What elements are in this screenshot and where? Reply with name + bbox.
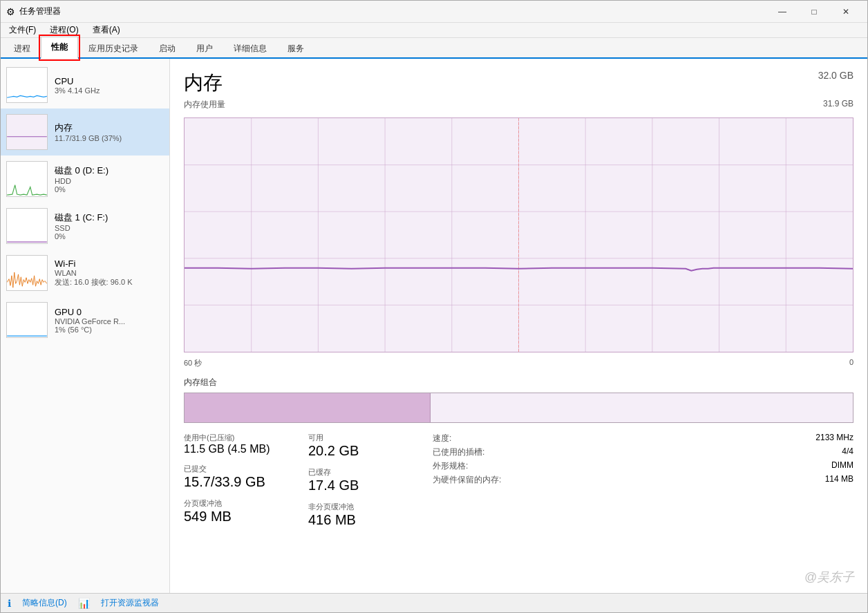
speed-label: 速度: [433,433,451,444]
nonpaged-pool-value: 416 MB [308,512,433,528]
disk1-info: 磁盘 1 (C: F:) SSD 0% [55,211,164,241]
graph-labels: 60 秒 0 [184,358,853,368]
stat-form-row: 外形规格: DIMM [433,460,853,472]
disk1-sub1: SSD [55,224,164,232]
usage-label: 内存使用量 [184,99,225,111]
used-label: 使用中(已压缩) [184,433,308,443]
hw-reserved-label: 为硬件保留的内存: [433,474,501,486]
memory-graph [184,117,853,352]
sidebar-item-gpu[interactable]: GPU 0 NVIDIA GeForce R... 1% (56 °C) [1,296,169,343]
speed-value: 2133 MHz [815,433,853,444]
watermark: @吴东子 [804,569,854,585]
tab-app-history[interactable]: 应用历史记录 [78,38,149,59]
main-content: CPU 3% 4.14 GHz 内存 11.7/31.9 GB (37%) [1,59,867,593]
wifi-info: Wi-Fi WLAN 发送: 16.0 接收: 96.0 K [55,258,164,287]
status-left: ℹ 简略信息(D) 📊 打开资源监视器 [8,597,159,609]
detail-pane: 内存 32.0 GB 内存使用量 31.9 GB [170,59,867,593]
tab-startup[interactable]: 启动 [149,38,186,59]
stat-committed: 已提交 15.7/33.9 GB [184,464,308,490]
monitor-link[interactable]: 打开资源监视器 [101,597,159,609]
tab-details[interactable]: 详细信息 [223,38,277,59]
tab-processes[interactable]: 进程 [3,38,41,59]
paged-pool-value: 549 MB [184,509,308,525]
cpu-label: CPU [55,76,164,86]
svg-rect-4 [7,209,47,243]
form-value: DIMM [831,460,853,472]
cpu-thumbnail [6,67,48,103]
form-label: 外形规格: [433,460,468,472]
svg-rect-1 [7,115,47,149]
disk1-sub2: 0% [55,232,164,241]
stat-available: 可用 20.2 GB [308,433,433,459]
slots-value: 4/4 [842,446,853,458]
app-icon: ⚙ [6,6,15,17]
composition-bar [184,393,853,423]
gpu-sub1: NVIDIA GeForce R... [55,317,164,326]
info-icon: ℹ [8,598,11,609]
graph-label-left: 60 秒 [184,358,202,368]
stat-paged-pool: 分页缓冲池 549 MB [184,498,308,525]
graph-label-right: 0 [849,358,853,368]
cached-label: 已缓存 [308,467,433,478]
comp-used [185,393,430,422]
disk0-sub2: 0% [55,185,164,194]
title-bar-controls: — □ ✕ [766,1,862,23]
wifi-thumbnail [6,255,48,291]
composition-label: 内存组合 [184,377,853,388]
tab-users[interactable]: 用户 [186,38,223,59]
wifi-sub1: WLAN [55,269,164,277]
status-bar: ℹ 简略信息(D) 📊 打开资源监视器 [1,593,867,612]
memory-info: 内存 11.7/31.9 GB (37%) [55,122,164,142]
svg-rect-7 [7,303,47,337]
usage-right: 31.9 GB [823,99,853,115]
menu-process[interactable]: 进程(O) [44,23,84,37]
stats-section: 使用中(已压缩) 11.5 GB (4.5 MB) 已提交 15.7/33.9 … [184,433,853,528]
stat-hw-reserved-row: 为硬件保留的内存: 114 MB [433,474,853,486]
slots-label: 已使用的插槽: [433,446,484,458]
stats-mid-col: 可用 20.2 GB 已缓存 17.4 GB 非分页缓冲池 416 MB [308,433,433,528]
cpu-info: CPU 3% 4.14 GHz [55,76,164,95]
disk0-info: 磁盘 0 (D: E:) HDD 0% [55,164,164,194]
wifi-sub2: 发送: 16.0 接收: 96.0 K [55,277,164,287]
monitor-icon: 📊 [78,598,90,609]
task-manager-window: ⚙ 任务管理器 — □ ✕ 文件(F) 进程(O) 查看(A) 进程 性能 应用… [0,0,868,613]
available-label: 可用 [308,433,433,443]
gpu-info: GPU 0 NVIDIA GeForce R... 1% (56 °C) [55,307,164,334]
menu-file[interactable]: 文件(F) [3,23,41,37]
sidebar-item-cpu[interactable]: CPU 3% 4.14 GHz [1,62,169,109]
memory-label: 内存 [55,122,164,134]
tab-performance[interactable]: 性能 [41,37,78,59]
title-bar: ⚙ 任务管理器 — □ ✕ [1,1,867,23]
gpu-sub2: 1% (56 °C) [55,326,164,334]
disk0-thumbnail [6,161,48,197]
watermark-text: @吴东子 [804,570,854,584]
cpu-sublabel: 3% 4.14 GHz [55,86,164,95]
used-value: 11.5 GB (4.5 MB) [184,443,308,455]
minimize-button[interactable]: — [766,1,798,23]
detail-total: 32.0 GB [818,70,853,81]
nonpaged-pool-label: 非分页缓冲池 [308,502,433,512]
stats-right-col: 速度: 2133 MHz 已使用的插槽: 4/4 外形规格: DIMM 为硬件保… [433,433,853,528]
sidebar-item-memory[interactable]: 内存 11.7/31.9 GB (37%) [1,109,169,155]
disk0-sub1: HDD [55,177,164,185]
disk1-thumbnail [6,208,48,244]
paged-pool-label: 分页缓冲池 [184,498,308,509]
stat-speed-row: 速度: 2133 MHz [433,433,853,444]
stat-nonpaged-pool: 非分页缓冲池 416 MB [308,502,433,528]
sidebar-item-disk1[interactable]: 磁盘 1 (C: F:) SSD 0% [1,202,169,249]
gpu-label: GPU 0 [55,307,164,317]
sidebar-item-wifi[interactable]: Wi-Fi WLAN 发送: 16.0 接收: 96.0 K [1,249,169,296]
tab-services[interactable]: 服务 [277,38,314,59]
menu-view[interactable]: 查看(A) [87,23,126,37]
memory-sublabel: 11.7/31.9 GB (37%) [55,134,164,142]
title-bar-left: ⚙ 任务管理器 [6,6,61,17]
tab-bar: 进程 性能 应用历史记录 启动 用户 详细信息 服务 [1,38,867,59]
comp-available [431,393,853,422]
summary-link[interactable]: 简略信息(D) [22,597,67,609]
sidebar-item-disk0[interactable]: 磁盘 0 (D: E:) HDD 0% [1,155,169,202]
stat-slots-row: 已使用的插槽: 4/4 [433,446,853,458]
memory-thumbnail [6,114,48,150]
close-button[interactable]: ✕ [830,1,862,23]
committed-label: 已提交 [184,464,308,474]
maximize-button[interactable]: □ [798,1,830,23]
